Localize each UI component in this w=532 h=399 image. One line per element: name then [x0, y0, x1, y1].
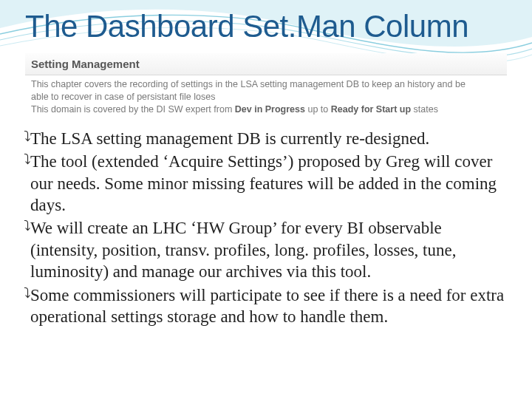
info-banner: Setting Management This chapter covers t… — [25, 53, 507, 117]
bullet-icon: ⤵ — [24, 151, 29, 169]
banner-line-2: This domain is covered by the DI SW expe… — [31, 103, 501, 116]
bullet-item: ⤵ We will create an LHC ‘HW Group’ for e… — [24, 217, 513, 282]
banner-line-2a: This domain is covered by the DI SW expe… — [31, 104, 235, 115]
bullet-icon: ⤵ — [24, 128, 29, 146]
bullet-item: ⤵ The LSA setting management DB is curre… — [24, 128, 513, 149]
banner-line-1a: This chapter covers the recording of set… — [31, 78, 501, 91]
bullet-text: The LSA setting management DB is current… — [30, 128, 513, 149]
bullet-item: ⤵ Some commissioners will participate to… — [24, 284, 513, 328]
bullet-icon: ⤵ — [24, 217, 29, 236]
info-banner-header: Setting Management — [25, 53, 507, 75]
bullet-text: We will create an LHC ‘HW Group’ for eve… — [30, 217, 513, 282]
banner-line-2e: states — [411, 104, 438, 115]
slide-title: The Dashboard Set.Man Column — [19, 9, 513, 44]
banner-line-2c: up to — [305, 104, 331, 115]
banner-strong-1: Dev in Progress — [235, 104, 305, 115]
bullet-text: The tool (extended ‘Acquire Settings’) p… — [30, 151, 513, 216]
bullet-item: ⤵ The tool (extended ‘Acquire Settings’)… — [24, 151, 513, 216]
bullet-text: Some commissioners will participate to s… — [30, 284, 513, 328]
info-banner-heading: Setting Management — [31, 58, 140, 70]
info-banner-body: This chapter covers the recording of set… — [25, 75, 507, 117]
banner-strong-2: Ready for Start up — [331, 104, 411, 115]
bullet-icon: ⤵ — [24, 284, 29, 303]
slide-container: The Dashboard Set.Man Column Setting Man… — [0, 0, 532, 399]
banner-line-1b: able to recover in case of persistant fi… — [31, 91, 501, 103]
bullet-list: ⤵ The LSA setting management DB is curre… — [19, 128, 513, 328]
